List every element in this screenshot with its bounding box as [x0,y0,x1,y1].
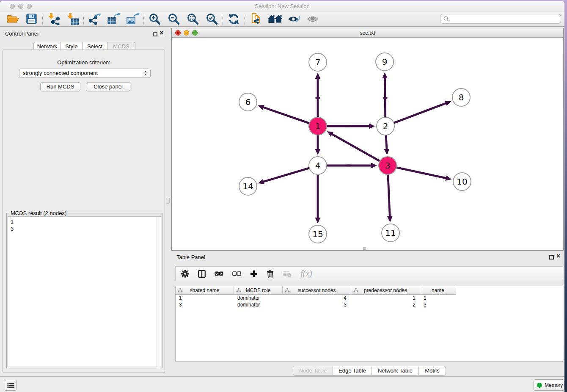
open-session-icon[interactable] [3,12,22,26]
graph-edge-1-4[interactable] [315,134,321,155]
graph-node-10[interactable]: 10 [453,173,471,190]
control-panel-float-icon[interactable] [153,32,157,36]
export-network-icon[interactable] [85,12,104,26]
svg-text:14: 14 [242,181,253,191]
svg-text:9: 9 [382,57,388,67]
split-panel-icon[interactable] [198,270,206,278]
tab-select[interactable]: Select [83,42,107,50]
graph-node-4[interactable]: 4 [309,157,327,174]
svg-text:6: 6 [245,97,251,107]
graph-node-1[interactable]: 1 [309,117,327,135]
task-history-button[interactable] [5,380,17,391]
zoom-in-icon[interactable] [145,12,164,26]
mcds-result-list[interactable]: 13 [8,216,161,367]
canvas-grip[interactable] [363,247,366,250]
table-settings-icon[interactable] [181,270,189,278]
close-panel-button[interactable]: Close panel [86,82,130,91]
table-panel-float-icon[interactable] [549,255,554,259]
add-column-icon[interactable] [250,270,258,278]
table-header: shared nameMCDS rolesuccessor nodesprede… [176,286,456,295]
graph-node-8[interactable]: 8 [452,88,470,106]
clone-network-icon[interactable] [246,12,265,26]
column-header-successor-nodes[interactable]: successor nodes [283,286,351,295]
deselect-all-icon[interactable] [232,271,241,276]
table-row[interactable]: 3dominator323 [176,301,456,308]
graph-node-6[interactable]: 6 [239,93,257,111]
tab-network-table[interactable]: Network Table [372,366,418,375]
graph-node-9[interactable]: 9 [376,53,394,71]
graph-node-2[interactable]: 2 [377,117,394,135]
graph-edge-3-1[interactable] [327,131,381,162]
titlebar: Session: New Session [0,1,564,11]
graph-edge-4-3[interactable] [325,163,377,168]
table-row[interactable]: 1dominator411 [176,295,456,301]
export-image-icon[interactable] [123,12,142,26]
zoom-out-icon[interactable] [164,12,183,26]
table-cell: 2 [351,301,420,308]
table-cell: dominator [234,301,283,308]
svg-text:4: 4 [315,160,321,171]
control-panel-title: Control Panel [5,30,39,37]
graph-node-3[interactable]: 3 [379,157,396,174]
import-table-icon[interactable] [63,12,82,26]
zoom-fit-icon[interactable] [183,12,202,26]
criterion-select[interactable]: strongly connected component [19,69,151,78]
run-mcds-button[interactable]: Run MCDS [40,82,80,91]
graph-edge-4-14[interactable] [258,168,311,184]
svg-text:2: 2 [383,121,388,131]
graph-edge-1-6[interactable] [258,105,311,124]
column-header-shared-name[interactable]: shared name [176,286,234,295]
function-builder-icon[interactable]: f(x) [300,269,312,279]
home-icon[interactable] [265,12,284,26]
table-cell: 4 [283,295,351,301]
tab-motifs[interactable]: Motifs [418,366,446,375]
table-cell: 3 [420,301,456,308]
network-window-titlebar[interactable]: × − + scc.txt [172,28,563,38]
mcds-result-item[interactable]: 1 [8,218,161,225]
graph-edge-2-9[interactable] [382,72,388,119]
tab-edge-table[interactable]: Edge Table [333,366,372,375]
control-panel-close-icon[interactable]: × [160,29,163,37]
result-scrollbar[interactable] [157,217,161,367]
svg-text:11: 11 [385,228,396,238]
import-network-icon[interactable] [44,12,63,26]
tab-style[interactable]: Style [61,42,83,50]
graph-node-11[interactable]: 11 [382,224,399,242]
show-all-icon[interactable] [303,12,322,26]
graph-node-15[interactable]: 15 [309,225,327,243]
column-header-MCDS-role[interactable]: MCDS role [234,286,283,295]
graph-node-14[interactable]: 14 [239,177,257,195]
graph-edge-1-2[interactable] [325,124,375,129]
panel-splitter-grip[interactable] [166,198,170,204]
graph-edge-4-15[interactable] [315,173,321,224]
edge-label-mark [346,165,351,166]
graph-edge-1-7[interactable] [315,73,321,119]
table-panel-close-icon[interactable]: × [556,252,560,260]
graph-edge-2-8[interactable] [393,101,451,124]
graph-node-7[interactable]: 7 [309,53,327,71]
hide-selected-icon[interactable] [284,12,303,26]
refresh-icon[interactable] [224,12,243,26]
network-window-title: scc.txt [172,28,563,38]
save-session-icon[interactable] [22,12,41,26]
zoom-selected-icon[interactable] [202,12,221,26]
mcds-result-legend: MCDS result (2 nodes) [9,210,68,216]
memory-button[interactable]: Memory [534,379,564,391]
delete-column-icon[interactable] [267,270,274,278]
list-icon [7,382,14,388]
tab-node-table[interactable]: Node Table [293,366,333,375]
delete-table-icon[interactable] [283,270,292,277]
column-header-predecessor-nodes[interactable]: predecessor nodes [351,286,420,295]
select-all-icon[interactable] [215,271,223,276]
tab-network[interactable]: Network [33,42,61,50]
column-type-icon [353,288,358,293]
graph-edge-3-10[interactable] [395,167,452,181]
graph-edge-3-11[interactable] [387,173,393,222]
column-type-icon [236,288,241,293]
export-table-icon[interactable] [104,12,123,26]
network-canvas[interactable]: 7968124314101511 [172,38,563,250]
column-header-name[interactable]: name [420,286,456,295]
graph-edge-2-3[interactable] [384,134,390,155]
mcds-result-item[interactable]: 3 [8,225,161,232]
search-input[interactable] [440,14,561,24]
